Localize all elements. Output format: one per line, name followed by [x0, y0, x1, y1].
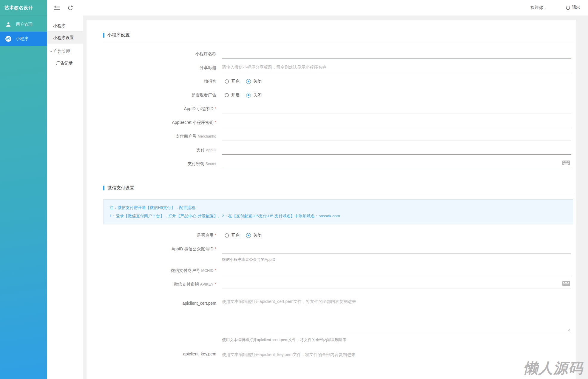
watch-ad-radio-group: 开启 关闭 [225, 93, 262, 98]
sidebar-item-label: 小程序 [16, 36, 28, 41]
miniprogram-settings-form: 小程序名称 分享标题 拍抖音 开启 关闭 [103, 47, 573, 171]
radio-label: 关闭 [253, 79, 262, 84]
chevron-down-icon [50, 51, 52, 53]
sidebar-item-user-management[interactable]: 用户管理 [0, 17, 47, 32]
radio-label: 开启 [231, 93, 240, 98]
radio-label: 开启 [231, 233, 240, 238]
submenu-item-ad-records[interactable]: 广告记录 [47, 57, 83, 69]
field-label: AppSecret 小程序密钥* [103, 120, 216, 125]
radio-circle-checked [246, 79, 251, 84]
sidebar-item-label: 用户管理 [16, 22, 33, 27]
apiclient-cert-textarea[interactable] [222, 297, 571, 333]
wechat-pay-note: 注：微信支付需开通【微信H5支付】，配置流程: 1：登录【微信支付商户平台】，打… [103, 199, 573, 224]
radio-circle [225, 93, 229, 97]
submenu-item-miniprogram-settings[interactable]: 小程序设置 [47, 32, 83, 44]
form-row: 支付AppID [103, 143, 573, 157]
field-label: apiclient_key.pem [103, 350, 216, 379]
form-row: apiclient_cert.pem [103, 297, 573, 334]
section-divider [103, 42, 573, 42]
radio-option-off[interactable]: 关闭 [246, 233, 262, 238]
form-row: AppSecret 小程序密钥* [103, 116, 573, 130]
field-label: apiclient_cert.pem [103, 297, 216, 334]
share-title-input[interactable] [222, 62, 571, 72]
field-label: 分享标题 [103, 65, 216, 70]
pay-secret-input[interactable] [222, 158, 571, 168]
field-label: 微信支付密钥APIKEY* [103, 282, 216, 287]
primary-sidebar: 艺术签名设计 用户管理 小程序 [0, 0, 47, 379]
submenu-group-miniprogram[interactable]: 小程序 [47, 20, 83, 32]
refresh-icon[interactable] [66, 4, 74, 12]
logout-button[interactable]: 退出 [566, 5, 580, 10]
radio-option-off[interactable]: 关闭 [246, 93, 262, 98]
field-label: 支付商户号MerchantId [103, 134, 216, 139]
section-title-text: 小程序设置 [107, 32, 130, 38]
field-label: 支付AppID [103, 147, 216, 153]
radio-option-off[interactable]: 关闭 [246, 79, 262, 84]
miniprogram-icon [5, 35, 12, 42]
form-row: AppID 微信公众账号ID* [103, 242, 573, 256]
form-row: 是否启用* 开启 关闭 [103, 229, 573, 242]
radio-option-on[interactable]: 开启 [225, 79, 240, 84]
page-body: 小程序 小程序设置 广告管理 广告记录 小程序设置 [47, 16, 588, 379]
pay-appid-input[interactable] [222, 144, 571, 155]
field-label: 拍抖音 [103, 79, 216, 84]
field-label: 支付密钥Secret [103, 161, 216, 167]
form-row: 小程序名称 [103, 47, 573, 61]
miniprogram-name-input[interactable] [222, 48, 571, 58]
pay-enabled-radio-group: 开启 关闭 [225, 233, 262, 238]
radio-label: 关闭 [253, 93, 262, 98]
sidebar-item-miniprogram[interactable]: 小程序 [0, 32, 47, 46]
radio-circle-checked [246, 233, 251, 238]
section-divider [103, 195, 573, 195]
secondary-sidebar: 小程序 小程序设置 广告管理 广告记录 [47, 16, 83, 379]
form-row: 支付商户号MerchantId [103, 130, 573, 143]
form-row: 分享标题 [103, 61, 573, 75]
form-row: 微信支付密钥APIKEY* [103, 278, 573, 291]
field-label: 微信支付商户号MCHID* [103, 268, 216, 273]
primary-nav: 用户管理 小程序 [0, 16, 47, 46]
note-line-2: 1：登录【微信支付商户平台】，打开【产品中心-开发配置】。2：在【支付配置-H5… [109, 212, 567, 220]
radio-option-on[interactable]: 开启 [225, 93, 240, 98]
form-row: 是否观看广告 开启 关闭 [103, 88, 573, 102]
section-title-wechat-pay-settings: 微信支付设置 [103, 185, 573, 191]
section-title-miniprogram-settings: 小程序设置 [103, 32, 573, 38]
resize-handle[interactable] [568, 327, 570, 333]
keyboard-icon[interactable] [562, 281, 570, 287]
merchant-id-input[interactable] [222, 131, 571, 141]
note-line-1: 注：微信支付需开通【微信H5支付】，配置流程: [109, 204, 567, 212]
field-helper-text: 微信小程序或者公众号的AppID [222, 256, 573, 264]
radio-label: 开启 [231, 79, 240, 84]
mchid-input[interactable] [222, 265, 571, 275]
app-title: 艺术签名设计 [0, 0, 47, 16]
radio-label: 关闭 [253, 233, 262, 238]
apikey-input[interactable] [222, 279, 571, 289]
user-icon [5, 21, 12, 28]
section-accent-bar [103, 33, 104, 38]
douyin-radio-group: 开启 关闭 [225, 79, 262, 84]
section-accent-bar [103, 186, 104, 190]
main-column: 欢迎你， 退出 小程序 小程序设置 广告管理 广告记录 [47, 0, 588, 379]
form-row: AppID 小程序ID* [103, 102, 573, 116]
radio-circle [225, 233, 229, 238]
form-row: 微信支付商户号MCHID* [103, 264, 573, 278]
field-label: 是否启用* [103, 233, 216, 238]
topbar-right: 欢迎你， 退出 [530, 5, 580, 10]
submenu-group-label: 广告管理 [53, 49, 70, 54]
field-helper-text: 使用文本编辑器打开apiclient_cert.pem文件，将文件的全部内容复制… [222, 337, 573, 343]
keyboard-icon[interactable] [562, 161, 570, 167]
radio-option-on[interactable]: 开启 [225, 233, 240, 238]
wechat-pay-form: 是否启用* 开启 关闭 AppID 微信公众账号ID* 微信小程序或者公众号的A… [103, 229, 573, 379]
topbar: 欢迎你， 退出 [47, 0, 588, 16]
appid-input[interactable] [222, 103, 571, 113]
submenu-group-ad-management[interactable]: 广告管理 [47, 46, 83, 57]
form-row: 支付密钥Secret [103, 157, 573, 171]
welcome-text: 欢迎你， [530, 5, 547, 10]
wechat-appid-input[interactable] [222, 244, 571, 254]
admin-app: 艺术签名设计 用户管理 小程序 [0, 0, 588, 379]
apiclient-key-textarea[interactable] [222, 350, 571, 379]
appsecret-input[interactable] [222, 117, 571, 127]
settings-card: 小程序设置 小程序名称 分享标题 拍抖音 [87, 20, 576, 379]
field-label: 小程序名称 [103, 51, 216, 57]
content-area: 小程序设置 小程序名称 分享标题 拍抖音 [83, 16, 588, 379]
collapse-menu-icon[interactable] [53, 4, 61, 12]
